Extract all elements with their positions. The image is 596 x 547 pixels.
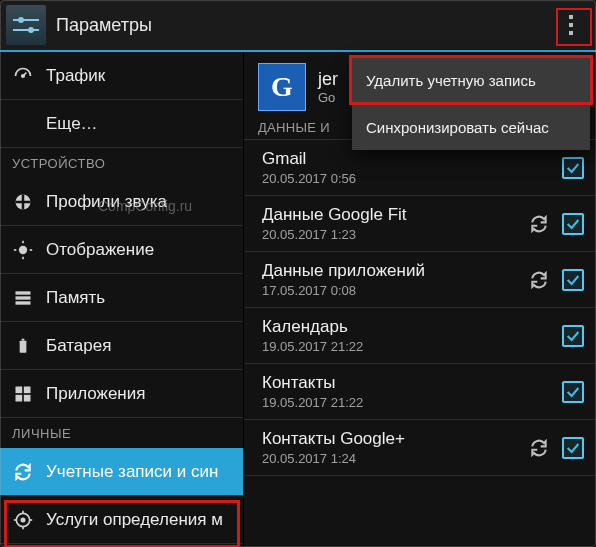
sidebar-item-battery[interactable]: Батарея [0,322,243,370]
sidebar-item-label: Учетные записи и син [46,462,218,482]
battery-icon [12,335,34,357]
svg-point-6 [19,245,27,253]
svg-rect-17 [24,386,31,393]
sync-row[interactable]: Календарь19.05.2017 21:22 [244,308,596,364]
sync-checkbox[interactable] [562,269,584,291]
sidebar-item-label: Батарея [46,336,111,356]
sidebar-item-label: Профили звука [46,192,167,212]
sync-status-icon [526,214,552,234]
svg-point-3 [28,27,34,33]
svg-rect-12 [16,296,31,299]
svg-rect-13 [16,301,31,304]
sync-checkbox[interactable] [562,157,584,179]
sync-item-timestamp: 17.05.2017 0:08 [262,283,526,298]
sidebar-item-label: Еще… [46,114,98,134]
sync-item-label: Контакты Google+ [262,429,526,449]
svg-rect-14 [20,340,27,352]
sync-item-label: Календарь [262,317,526,337]
sync-item-label: Данные приложений [262,261,526,281]
svg-rect-16 [16,386,23,393]
svg-rect-15 [22,338,25,340]
svg-point-21 [21,518,24,521]
sidebar-item-display[interactable]: Отображение [0,226,243,274]
sidebar-item-apps[interactable]: Приложения [0,370,243,418]
sync-row[interactable]: Контакты19.05.2017 21:22 [244,364,596,420]
sidebar-header-personal: ЛИЧНЫЕ [0,418,243,448]
svg-rect-19 [24,394,31,401]
sidebar-item-sound-profiles[interactable]: Профили звука [0,178,243,226]
sync-item-label: Данные Google Fit [262,205,526,225]
location-icon [12,509,34,531]
sync-status-icon [526,270,552,290]
sync-item-timestamp: 20.05.2017 1:24 [262,451,526,466]
sidebar-item-more[interactable]: Еще… [0,100,243,148]
sound-icon [12,191,34,213]
sidebar-item-label: Приложения [46,384,145,404]
sidebar-header-device: УСТРОЙСТВО [0,148,243,178]
sync-icon [12,461,34,483]
settings-sidebar: Трафик Еще… УСТРОЙСТВО CompConfig.ru Про… [0,52,244,547]
overflow-menu-button[interactable] [556,8,586,42]
menu-item-delete-account[interactable]: Удалить учетную запись [352,58,590,104]
sync-checkbox[interactable] [562,381,584,403]
sync-item-timestamp: 19.05.2017 21:22 [262,339,526,354]
sync-checkbox[interactable] [562,325,584,347]
svg-point-2 [18,17,24,23]
storage-icon [12,287,34,309]
svg-rect-18 [16,394,23,401]
sync-row[interactable]: Данные Google Fit20.05.2017 1:23 [244,196,596,252]
sync-status-icon [526,438,552,458]
brightness-icon [12,239,34,261]
sidebar-item-storage[interactable]: Память [0,274,243,322]
sidebar-item-location-services[interactable]: Услуги определения м [0,496,243,544]
sidebar-item-label: Память [46,288,105,308]
sidebar-item-accounts-sync[interactable]: Учетные записи и син [0,448,243,496]
page-title: Параметры [46,15,556,36]
settings-app-icon [6,5,46,45]
sync-item-timestamp: 20.05.2017 1:23 [262,227,526,242]
title-bar: Параметры [0,0,596,52]
sync-checkbox[interactable] [562,213,584,235]
sync-item-label: Контакты [262,373,526,393]
sidebar-item-label: Трафик [46,66,105,86]
menu-item-sync-now[interactable]: Синхронизировать сейчас [352,104,590,150]
sync-row[interactable]: Контакты Google+20.05.2017 1:24 [244,420,596,476]
account-type: Go [318,90,338,105]
sync-row[interactable]: Данные приложений17.05.2017 0:08 [244,252,596,308]
svg-rect-11 [16,291,31,294]
sync-item-timestamp: 19.05.2017 21:22 [262,395,526,410]
sidebar-item-traffic[interactable]: Трафик [0,52,243,100]
gauge-icon [12,65,34,87]
svg-point-4 [22,74,25,77]
sidebar-item-label: Услуги определения м [46,510,223,530]
sync-checkbox[interactable] [562,437,584,459]
account-name: jer [318,69,338,90]
overflow-popup: Удалить учетную запись Синхронизировать … [352,58,590,150]
apps-icon [12,383,34,405]
sync-item-label: Gmail [262,149,526,169]
sidebar-item-label: Отображение [46,240,154,260]
google-badge-icon: G [258,63,306,111]
sync-item-timestamp: 20.05.2017 0:56 [262,171,526,186]
